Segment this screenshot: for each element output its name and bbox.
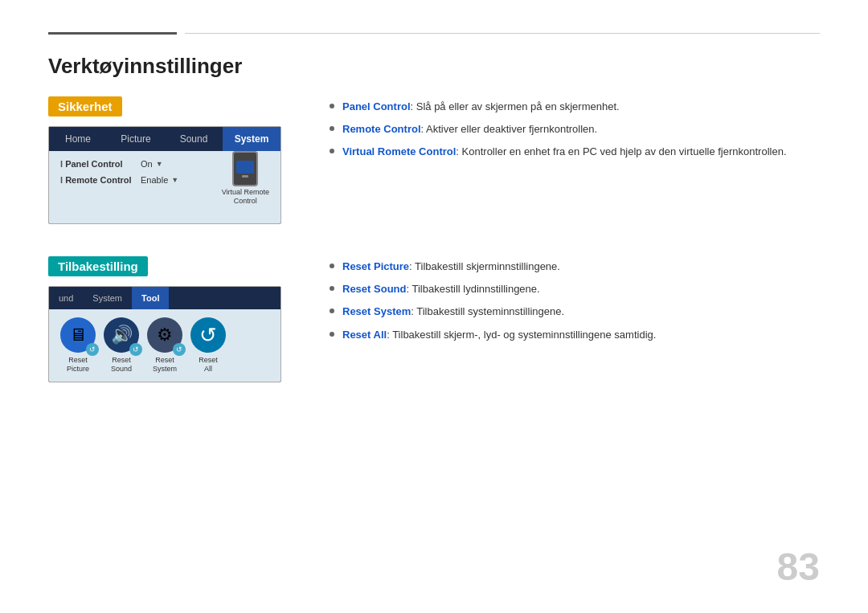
reset-system-item: ⚙ ↺ ResetSystem bbox=[147, 317, 182, 374]
bullet-reset-picture: Reset Picture: Tilbakestill skjerminnsti… bbox=[330, 260, 820, 274]
reset-picture-item: 🖥 ↺ ResetPicture bbox=[60, 317, 96, 374]
tab-sound[interactable]: Sound bbox=[165, 127, 223, 151]
reset-picture-badge: ↺ bbox=[86, 343, 99, 356]
page-number: 83 bbox=[777, 545, 820, 589]
reset-sound-icon: 🔊 ↺ bbox=[104, 317, 139, 353]
tilbakestilling-tabs: und System Tool bbox=[49, 287, 280, 309]
term-remote-control: Remote Control bbox=[342, 123, 421, 135]
tab-picture[interactable]: Picture bbox=[107, 127, 165, 151]
bullet-reset-all: Reset All: Tilbakestill skjerm-, lyd- og… bbox=[330, 328, 820, 342]
bullet-dot-4 bbox=[330, 264, 334, 268]
bullet-text-7: Reset All: Tilbakestill skjerm-, lyd- og… bbox=[342, 328, 656, 342]
phone-icon bbox=[232, 151, 258, 186]
reset-system-badge: ↺ bbox=[173, 343, 186, 356]
tab-system[interactable]: System bbox=[223, 127, 280, 151]
reset-system-glyph: ⚙ bbox=[157, 325, 173, 345]
reset-picture-glyph: 🖥 bbox=[69, 325, 87, 345]
term-reset-sound: Reset Sound bbox=[342, 283, 406, 295]
reset-all-label: ResetAll bbox=[199, 356, 218, 374]
sikkerhet-bullets: Panel Control: Slå på eller av skjermen … bbox=[330, 100, 820, 160]
bullet-text-3: Virtual Romete Control: Kontroller en en… bbox=[342, 145, 787, 159]
tab-tool[interactable]: Tool bbox=[132, 287, 169, 309]
remote-control-label: Remote Control bbox=[60, 175, 141, 185]
page-title: Verktøyinnstillinger bbox=[48, 54, 820, 79]
bullet-dot-6 bbox=[330, 309, 334, 313]
bullet-dot-3 bbox=[330, 149, 334, 153]
bullet-reset-system: Reset System: Tilbakestill systeminnstil… bbox=[330, 304, 820, 319]
tilbakestilling-left: Tilbakestilling und System Tool 🖥 ↺ Res bbox=[48, 256, 297, 382]
reset-picture-icon: 🖥 ↺ bbox=[60, 317, 96, 353]
sikkerhet-tabs: Home Picture Sound System bbox=[49, 127, 280, 151]
sikkerhet-ui-content: Panel Control On ▼ Remote Control Enable… bbox=[49, 151, 280, 223]
bullet-dot-2 bbox=[330, 126, 334, 131]
virtual-remote-label: Virtual RemoteControl bbox=[222, 188, 269, 206]
reset-sound-label: ResetSound bbox=[111, 356, 132, 374]
term-panel-control: Panel Control bbox=[342, 100, 411, 112]
panel-control-label: Panel Control bbox=[60, 159, 141, 169]
reset-sound-glyph: 🔊 bbox=[111, 325, 133, 345]
sikkerhet-right: Panel Control: Slå på eller av skjermen … bbox=[330, 96, 820, 224]
panel-control-value: On ▼ bbox=[141, 159, 163, 169]
bullet-text-4: Reset Picture: Tilbakestill skjerminnsti… bbox=[342, 260, 560, 274]
phone-btn bbox=[242, 175, 248, 178]
tilbakestilling-ui-content: 🖥 ↺ ResetPicture 🔊 ↺ ResetSound bbox=[49, 309, 280, 382]
reset-system-icon: ⚙ ↺ bbox=[147, 317, 182, 353]
bullet-panel-control: Panel Control: Slå på eller av skjermen … bbox=[330, 100, 820, 114]
sikkerhet-section: Sikkerhet Home Picture Sound System Pane… bbox=[48, 96, 820, 224]
bullet-dot-1 bbox=[330, 104, 334, 108]
reset-picture-label: ResetPicture bbox=[67, 356, 89, 374]
term-reset-all: Reset All bbox=[342, 329, 387, 341]
bullet-reset-sound: Reset Sound: Tilbakestill lydinnstilling… bbox=[330, 282, 820, 296]
page-container: Verktøyinnstillinger Sikkerhet Home Pict… bbox=[0, 0, 868, 613]
tilbakestilling-badge: Tilbakestilling bbox=[48, 256, 148, 276]
virtual-remote-area: Virtual RemoteControl bbox=[222, 151, 269, 206]
rule-dark bbox=[48, 32, 177, 35]
remote-control-row: Remote Control Enable ▼ bbox=[60, 175, 178, 185]
term-virtual-remote: Virtual Romete Control bbox=[342, 145, 456, 157]
bullet-text-1: Panel Control: Slå på eller av skjermen … bbox=[342, 100, 620, 114]
tilbakestilling-right: Reset Picture: Tilbakestill skjerminnsti… bbox=[330, 256, 820, 382]
sikkerhet-screenshot: Home Picture Sound System Panel Control … bbox=[48, 126, 281, 224]
sikkerhet-left: Sikkerhet Home Picture Sound System Pane… bbox=[48, 96, 297, 224]
bullet-text-2: Remote Control: Aktiver eller deaktiver … bbox=[342, 122, 597, 137]
tab-home[interactable]: Home bbox=[49, 127, 107, 151]
tilbakestilling-screenshot: und System Tool 🖥 ↺ ResetPicture bbox=[48, 286, 281, 382]
bullet-text-5: Reset Sound: Tilbakestill lydinnstilling… bbox=[342, 282, 540, 296]
bullet-dot-7 bbox=[330, 332, 334, 337]
term-reset-picture: Reset Picture bbox=[342, 260, 409, 272]
reset-sound-item: 🔊 ↺ ResetSound bbox=[104, 317, 139, 374]
term-reset-system: Reset System bbox=[342, 305, 411, 317]
reset-sound-badge: ↺ bbox=[129, 343, 142, 356]
reset-all-glyph: ↺ bbox=[199, 323, 217, 348]
bullet-virtual-remote: Virtual Romete Control: Kontroller en en… bbox=[330, 145, 820, 159]
rule-light bbox=[185, 33, 820, 34]
phone-screen bbox=[236, 161, 254, 174]
tilbakestilling-bullets: Reset Picture: Tilbakestill skjerminnsti… bbox=[330, 260, 820, 342]
reset-all-icon: ↺ bbox=[190, 317, 226, 353]
top-rules bbox=[48, 32, 820, 35]
bullet-text-6: Reset System: Tilbakestill systeminnstil… bbox=[342, 304, 564, 319]
reset-all-item: ↺ ResetAll bbox=[190, 317, 226, 374]
bullet-dot-5 bbox=[330, 286, 334, 291]
sikkerhet-badge: Sikkerhet bbox=[48, 96, 122, 116]
reset-system-label: ResetSystem bbox=[153, 356, 177, 374]
tab-system2[interactable]: System bbox=[83, 287, 132, 309]
tab-und[interactable]: und bbox=[49, 287, 83, 309]
tilbakestilling-section: Tilbakestilling und System Tool 🖥 ↺ Res bbox=[48, 256, 820, 382]
remote-control-value: Enable ▼ bbox=[141, 175, 178, 185]
panel-control-row: Panel Control On ▼ bbox=[60, 159, 178, 169]
bullet-remote-control: Remote Control: Aktiver eller deaktiver … bbox=[330, 122, 820, 137]
